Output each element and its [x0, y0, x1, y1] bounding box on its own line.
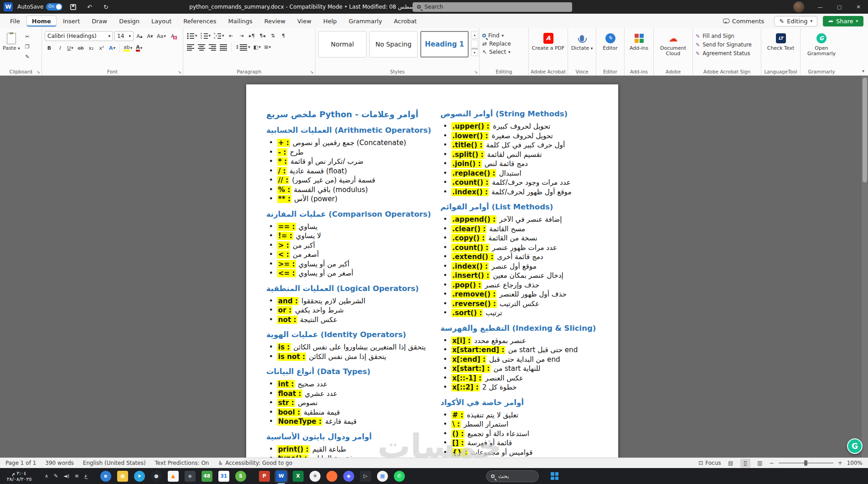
font-dialog-launcher[interactable]: ⇘: [178, 70, 181, 74]
styles-gallery-more-button[interactable]: ▾: [471, 48, 478, 56]
style-card[interactable]: Normal: [318, 31, 367, 57]
taskbar-app-icon[interactable]: ✳: [310, 471, 320, 482]
cut-button[interactable]: ✂: [23, 32, 32, 41]
collapse-ribbon-button[interactable]: ▾: [862, 68, 864, 73]
taskbar-app-icon[interactable]: S: [235, 471, 246, 482]
sign-action-button[interactable]: ✎Fill and Sign: [696, 33, 758, 39]
styles-scroll-up-button[interactable]: ▴: [471, 31, 478, 39]
copy-button[interactable]: ❐: [23, 42, 32, 51]
text-effects-button[interactable]: A▾: [108, 43, 117, 52]
font-color-button[interactable]: A▾: [134, 43, 144, 52]
font-size-select[interactable]: 14▾: [114, 31, 134, 41]
borders-button[interactable]: ⊞▾: [263, 42, 272, 52]
taskbar-app-icon[interactable]: ✆: [394, 471, 405, 482]
bold-button[interactable]: B: [45, 43, 54, 52]
redo-button[interactable]: ↻: [100, 1, 112, 12]
style-card[interactable]: No Spacing: [369, 31, 418, 57]
ribbon-tab[interactable]: Layout: [146, 16, 177, 27]
line-spacing-button[interactable]: ↕▾: [234, 42, 251, 52]
tray-icon[interactable]: ∧: [45, 473, 48, 479]
replace-button[interactable]: ⇄Replace: [482, 41, 526, 47]
tray-icon[interactable]: ◄): [63, 473, 69, 479]
bullets-button[interactable]: ▾: [186, 31, 198, 40]
ribbon-tab[interactable]: File: [5, 16, 26, 27]
ribbon-tab[interactable]: Help: [318, 16, 342, 27]
taskbar-app-icon[interactable]: e: [100, 471, 111, 482]
sign-action-button[interactable]: ✎Send for Signature: [696, 42, 758, 48]
ribbon-tab[interactable]: Draw: [86, 16, 113, 27]
taskbar-app-icon[interactable]: P: [259, 471, 270, 482]
open-grammarly-button[interactable]: G Open Grammarly: [803, 31, 840, 57]
check-text-button[interactable]: LT Check Text: [767, 31, 795, 51]
titlebar-search[interactable]: Search: [413, 2, 572, 12]
taskbar-app-icon[interactable]: ●: [151, 471, 162, 482]
zoom-slider-thumb[interactable]: [804, 460, 807, 466]
document-page[interactable]: ملخص سريع Python - أوامر وعلامات العمليا…: [246, 84, 618, 458]
taskbar-app-icon[interactable]: ➤: [134, 471, 145, 482]
create-pdf-button[interactable]: A Create a PDF: [532, 31, 565, 51]
zoom-level[interactable]: 100%: [847, 460, 863, 466]
ribbon-tab[interactable]: Acrobat: [388, 16, 422, 27]
taskbar-clock[interactable]: ٢:٠٤ م ٢٨/٠٨/٢٠٢٥: [0, 470, 38, 482]
taskbar-app-icon[interactable]: ◈: [343, 471, 354, 482]
justify-button[interactable]: [219, 42, 228, 52]
taskbar-app-icon[interactable]: [326, 471, 337, 482]
language-indicator[interactable]: English (United States): [83, 460, 146, 466]
font-name-select[interactable]: Calibri (Headings)▾: [45, 31, 113, 41]
paragraph-dialog-launcher[interactable]: ⇘: [310, 70, 314, 74]
ribbon-tab[interactable]: View: [292, 16, 317, 27]
rtl-direction-button[interactable]: ¶◂: [258, 31, 267, 40]
tray-icon[interactable]: ✎: [54, 473, 58, 479]
taskbar-app-icon[interactable]: 48: [202, 471, 212, 482]
grammarly-floating-widget[interactable]: G: [847, 438, 863, 454]
text-predictions-status[interactable]: Text Predictions: On: [155, 460, 209, 466]
grow-font-button[interactable]: A▴: [135, 31, 144, 41]
strikethrough-button[interactable]: ab: [76, 43, 85, 52]
ribbon-tab[interactable]: Design: [114, 16, 145, 27]
sort-button[interactable]: ⇅: [269, 31, 278, 40]
taskbar-app-icon[interactable]: ◆: [185, 471, 196, 482]
taskbar-app-icon[interactable]: ▦: [377, 471, 388, 482]
tray-icon[interactable]: ≋: [75, 473, 79, 479]
user-avatar[interactable]: [793, 1, 804, 12]
taskbar-app-icon[interactable]: W: [276, 471, 287, 482]
superscript-button[interactable]: x²: [97, 43, 106, 52]
clear-formatting-button[interactable]: A: [168, 31, 177, 41]
italic-button[interactable]: I: [55, 43, 64, 52]
maximize-button[interactable]: ▢: [830, 0, 849, 14]
ribbon-tab[interactable]: Mailings: [223, 16, 258, 27]
scrollbar-thumb[interactable]: [863, 78, 867, 182]
save-button[interactable]: [67, 1, 79, 12]
shrink-font-button[interactable]: A▾: [145, 31, 155, 41]
ribbon-tab[interactable]: References: [178, 16, 222, 27]
clipboard-dialog-launcher[interactable]: ⇘: [36, 70, 40, 74]
multilevel-list-button[interactable]: ▾: [213, 31, 225, 40]
taskbar-app-icon[interactable]: 31: [218, 471, 229, 482]
zoom-out-button[interactable]: −: [770, 460, 774, 466]
style-card[interactable]: Heading 1: [420, 31, 469, 57]
align-right-button[interactable]: [208, 42, 217, 52]
paste-button[interactable]: Paste ▾: [3, 31, 20, 61]
show-paragraph-marks-button[interactable]: ¶: [279, 31, 288, 40]
minimize-button[interactable]: —: [811, 0, 830, 14]
taskbar-app-icon[interactable]: ▷: [360, 471, 371, 482]
web-layout-button[interactable]: ▥: [755, 459, 765, 468]
close-button[interactable]: ✕: [849, 0, 868, 14]
shading-button[interactable]: ◧▾: [253, 42, 262, 52]
print-layout-button[interactable]: ▯: [740, 459, 750, 468]
find-button[interactable]: Find▾: [482, 32, 526, 39]
share-button[interactable]: ➦ Share ▾: [823, 16, 863, 26]
addins-button[interactable]: Add-ins: [630, 31, 648, 51]
zoom-in-button[interactable]: +: [838, 460, 842, 466]
align-left-button[interactable]: [186, 42, 196, 52]
focus-button[interactable]: ⊡Focus: [698, 460, 721, 466]
select-button[interactable]: ↖Select▾: [482, 49, 526, 55]
taskbar-app-icon[interactable]: ▣: [117, 471, 128, 482]
ribbon-tab[interactable]: Review: [259, 16, 291, 27]
change-case-button[interactable]: Aa▾: [156, 31, 167, 41]
comments-button[interactable]: Comments: [718, 16, 769, 26]
subscript-button[interactable]: x₂: [87, 43, 96, 52]
format-painter-button[interactable]: ✎: [23, 52, 32, 61]
taskbar-app-icon[interactable]: ▲: [168, 471, 179, 482]
start-button[interactable]: [547, 468, 563, 484]
